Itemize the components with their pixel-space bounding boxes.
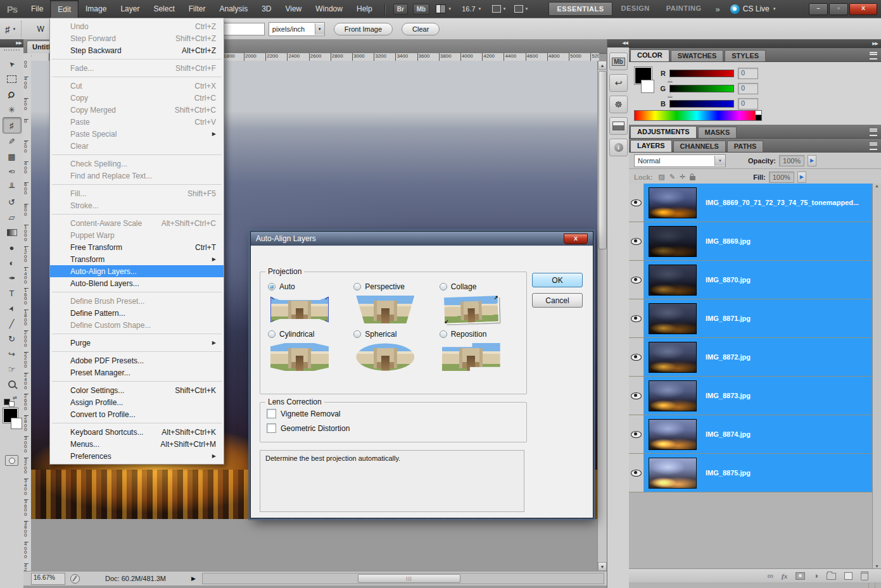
horizontal-scroll-thumb[interactable]: ||| [358, 574, 460, 583]
edit-menu-item-step-backward[interactable]: Step BackwardAlt+Ctrl+Z [50, 44, 224, 56]
scroll-up-arrow[interactable]: ▲ [598, 61, 607, 70]
expand-dock-chevron[interactable]: ◀◀ [607, 39, 630, 47]
layer-visibility-toggle[interactable] [629, 377, 644, 415]
navigator-panel-icon[interactable] [609, 117, 628, 135]
spot-healing-brush-tool[interactable]: ▩ [3, 149, 21, 164]
launch-mini-bridge-button[interactable]: Mb [413, 4, 429, 15]
tab-paths[interactable]: PATHS [727, 141, 764, 152]
menu-3d[interactable]: 3D [255, 0, 278, 18]
lock-all-icon[interactable] [690, 173, 695, 181]
menu-view[interactable]: View [278, 0, 308, 18]
layer-visibility-toggle[interactable] [629, 299, 644, 337]
clear-button[interactable]: Clear [402, 23, 440, 35]
tab-channels[interactable]: CHANNELS [673, 141, 726, 152]
front-image-button[interactable]: Front Image [334, 23, 393, 35]
edit-menu-item-define-brush-preset[interactable]: Define Brush Preset... [50, 295, 224, 307]
menu-help[interactable]: Help [350, 0, 379, 18]
vertical-scroll-thumb[interactable] [599, 71, 607, 249]
horizontal-scrollbar[interactable]: ||| [202, 573, 604, 584]
fill-slider-arrow[interactable]: ▶ [797, 172, 806, 183]
crop-tool[interactable]: ♯ [3, 117, 22, 134]
background-color-swatch[interactable] [641, 80, 654, 93]
history-brush-tool[interactable]: ↺ [3, 194, 21, 210]
mini-bridge-panel-icon[interactable]: Mb [609, 53, 628, 70]
edit-menu-item-cut[interactable]: CutCtrl+X [50, 80, 224, 92]
edit-menu-item-keyboard-shortcuts[interactable]: Keyboard Shortcuts...Alt+Shift+Ctrl+K [50, 426, 224, 438]
background-color-swatch[interactable] [11, 418, 22, 429]
lasso-tool[interactable]: Ϙ [3, 87, 21, 102]
collapse-dock-chevron[interactable]: ▶▶ [629, 39, 881, 48]
workspace-overflow-chevron[interactable]: » [715, 4, 719, 14]
zoom-tool[interactable] [3, 377, 21, 392]
resolution-unit-select[interactable]: pixels/inch ▼ [269, 22, 325, 36]
panel-grip[interactable] [4, 49, 20, 54]
line-tool[interactable]: ╱ [3, 316, 21, 331]
cancel-button[interactable]: Cancel [532, 293, 583, 308]
checkbox-geometric-distortion[interactable]: Geometric Distortion [267, 423, 520, 433]
edit-menu-item-purge[interactable]: Purge▶ [50, 337, 224, 349]
add-layer-mask-button[interactable] [795, 572, 805, 580]
black-swatch[interactable] [755, 115, 762, 121]
type-tool[interactable]: T [3, 285, 21, 301]
workspace-essentials[interactable]: ESSENTIALS [548, 2, 612, 16]
status-zoom-field[interactable]: 16.67% [31, 573, 65, 585]
edit-menu-item-free-transform[interactable]: Free TransformCtrl+T [50, 241, 224, 253]
cs-live-button[interactable]: CS Live▼ [730, 4, 776, 14]
menu-window[interactable]: Window [308, 0, 350, 18]
layer-list-scrollbar[interactable]: ▲ ▼ [872, 184, 881, 568]
opacity-value[interactable]: 100% [779, 155, 804, 166]
color-value-b[interactable]: 0 [738, 98, 758, 109]
menu-filter[interactable]: Filter [182, 0, 213, 18]
edit-menu-item-preferences[interactable]: Preferences▶ [50, 450, 224, 462]
edit-menu-item-transform[interactable]: Transform▶ [50, 253, 224, 265]
hand-tool[interactable]: ☞ [3, 361, 21, 377]
edit-menu-item-clear[interactable]: Clear [50, 140, 224, 152]
edit-menu-item-convert-to-profile[interactable]: Convert to Profile... [50, 408, 224, 420]
edit-menu-item-define-custom-shape[interactable]: Define Custom Shape... [50, 319, 224, 331]
menu-file[interactable]: File [24, 0, 50, 18]
menu-image[interactable]: Image [79, 0, 113, 18]
edit-menu-item-copy[interactable]: CopyCtrl+C [50, 92, 224, 104]
menu-analysis[interactable]: Analysis [212, 0, 255, 18]
blur-tool[interactable]: ● [3, 240, 21, 255]
resize-grip[interactable]: ⋮⋮ [866, 582, 878, 588]
pen-tool[interactable]: ✒ [3, 270, 21, 285]
edit-menu-item-puppet-warp[interactable]: Puppet Warp [50, 229, 224, 241]
radio-auto[interactable] [268, 283, 276, 291]
fill-value[interactable]: 100% [769, 172, 794, 183]
color-slider-g[interactable] [669, 85, 734, 92]
tab-swatches[interactable]: SWATCHES [671, 50, 724, 61]
eraser-tool[interactable]: ▱ [3, 210, 21, 225]
edit-menu-item-auto-align-layers[interactable]: Auto-Align Layers... [50, 265, 224, 277]
collapse-tools-chevron[interactable]: ▶▶ [0, 39, 23, 47]
rectangular-marquee-tool[interactable] [3, 72, 21, 87]
status-menu-arrow[interactable]: ▶ [191, 575, 196, 582]
dialog-close-button[interactable]: X [564, 234, 588, 244]
radio-reposition[interactable] [440, 330, 447, 338]
minimize-button[interactable]: – [809, 3, 828, 15]
arrange-documents-button[interactable]: ▼ [436, 4, 452, 13]
edit-menu-item-content-aware-scale[interactable]: Content-Aware ScaleAlt+Shift+Ctrl+C [50, 217, 224, 229]
tab-adjustments[interactable]: ADJUSTMENTS [630, 126, 697, 138]
color-slider-b[interactable] [669, 100, 734, 108]
slider-thumb[interactable] [668, 77, 673, 82]
layer-row[interactable]: IMG_8869_70_71_72_73_74_75_tonemapped... [629, 184, 881, 222]
launch-bridge-button[interactable]: Br [393, 4, 408, 15]
lock-position-icon[interactable]: ✛ [680, 173, 685, 181]
menu-select[interactable]: Select [146, 0, 181, 18]
layer-visibility-toggle[interactable] [629, 184, 644, 222]
radio-collage[interactable] [440, 283, 447, 291]
workspace-painting[interactable]: PAINTING [659, 2, 709, 16]
edit-menu-item-copy-merged[interactable]: Copy MergedShift+Ctrl+C [50, 104, 224, 116]
close-button[interactable]: X [849, 3, 877, 15]
new-adjustment-layer-button[interactable]: ◑ [813, 571, 818, 580]
edit-menu-item-stroke[interactable]: Stroke... [50, 199, 224, 211]
vertical-scrollbar[interactable]: ▲ ▼ [597, 61, 607, 571]
eyedropper-tool[interactable]: ✎ [3, 134, 21, 149]
panel-menu-icon[interactable] [870, 128, 877, 136]
menu-layer[interactable]: Layer [113, 0, 146, 18]
blend-mode-select[interactable]: Normal ▼ [634, 154, 726, 167]
default-colors-control[interactable]: ⇄ [4, 397, 16, 406]
scroll-down-arrow[interactable]: ▼ [598, 562, 607, 571]
layer-row[interactable]: IMG_8871.jpg [629, 299, 881, 338]
